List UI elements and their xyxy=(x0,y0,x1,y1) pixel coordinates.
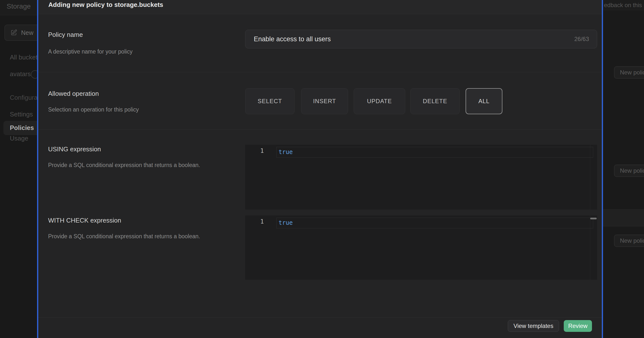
sidebar: Storage New All buckets avatars Configur… xyxy=(0,0,37,338)
background-topbar: edback on this p xyxy=(603,0,644,10)
new-policy-button-2[interactable]: New policy xyxy=(614,165,644,177)
editor-overview-ruler xyxy=(590,215,590,280)
new-bucket-button[interactable]: New xyxy=(4,25,37,41)
with-check-expression-description: Provide a SQL conditional expression tha… xyxy=(48,231,218,241)
editor-scrollbar-handle[interactable] xyxy=(590,218,597,219)
sidebar-item-usage[interactable]: Usage xyxy=(10,135,28,142)
modal-header: Adding new policy to storage.buckets xyxy=(38,0,602,14)
edit-icon xyxy=(10,29,17,36)
using-expression-editor[interactable]: 1 true xyxy=(245,145,597,210)
section-divider xyxy=(38,129,602,130)
sidebar-item-settings[interactable]: Settings xyxy=(10,111,33,118)
storage-header: Storage xyxy=(0,0,37,15)
sidebar-item-avatars[interactable]: avatars xyxy=(10,70,31,78)
sidebar-item-all-buckets[interactable]: All buckets xyxy=(10,54,37,61)
review-button[interactable]: Review xyxy=(564,320,592,332)
operation-delete-button[interactable]: DELETE xyxy=(410,88,460,114)
new-policy-button-3[interactable]: New policy xyxy=(614,235,644,247)
bucket-badge-circle xyxy=(31,70,37,79)
policy-name-label: Policy name xyxy=(48,31,83,39)
operation-button-group: SELECT INSERT UPDATE DELETE ALL xyxy=(245,88,597,114)
add-policy-modal: Adding new policy to storage.buckets Pol… xyxy=(37,0,603,338)
policy-name-value: Enable access to all users xyxy=(246,35,331,43)
operation-select-button[interactable]: SELECT xyxy=(245,88,294,114)
with-check-expression-editor[interactable]: 1 true xyxy=(245,215,597,280)
with-check-expression-label: WITH CHECK expression xyxy=(48,217,121,224)
editor-overview-ruler xyxy=(590,145,590,210)
view-templates-button[interactable]: View templates xyxy=(508,320,559,332)
current-line-highlight xyxy=(276,147,593,158)
line-number: 1 xyxy=(245,147,264,154)
using-expression-code: true xyxy=(278,149,293,155)
line-number: 1 xyxy=(245,218,264,225)
background-page-right: edback on this p New policy New policy N… xyxy=(603,0,644,338)
current-line-highlight xyxy=(276,218,593,228)
page-title: Storage xyxy=(7,3,31,10)
sidebar-heading-configuration: Configuration xyxy=(10,94,37,101)
modal-title: Adding new policy to storage.buckets xyxy=(48,1,163,9)
operation-insert-button[interactable]: INSERT xyxy=(301,88,348,114)
background-table-band xyxy=(603,209,644,226)
new-policy-button-1[interactable]: New policy xyxy=(614,66,644,79)
policy-name-description: A descriptive name for your policy xyxy=(48,47,218,57)
using-expression-label: USING expression xyxy=(48,145,101,153)
with-check-expression-code: true xyxy=(278,219,293,226)
allowed-operation-description: Selection an operation for this policy xyxy=(48,105,218,115)
policy-name-char-counter: 26/63 xyxy=(574,36,597,43)
feedback-link[interactable]: edback on this p xyxy=(604,2,644,9)
sidebar-item-policies-label: Policies xyxy=(10,124,34,132)
new-bucket-label: New xyxy=(21,29,34,36)
sidebar-item-policies[interactable]: Policies xyxy=(4,121,37,135)
allowed-operation-label: Allowed operation xyxy=(48,90,99,98)
footer-divider xyxy=(38,317,602,318)
section-divider xyxy=(38,72,602,72)
using-expression-description: Provide a SQL conditional expression tha… xyxy=(48,160,218,170)
operation-update-button[interactable]: UPDATE xyxy=(354,88,405,114)
policy-name-input[interactable]: Enable access to all users 26/63 xyxy=(245,30,597,48)
operation-all-button[interactable]: ALL xyxy=(466,88,502,114)
